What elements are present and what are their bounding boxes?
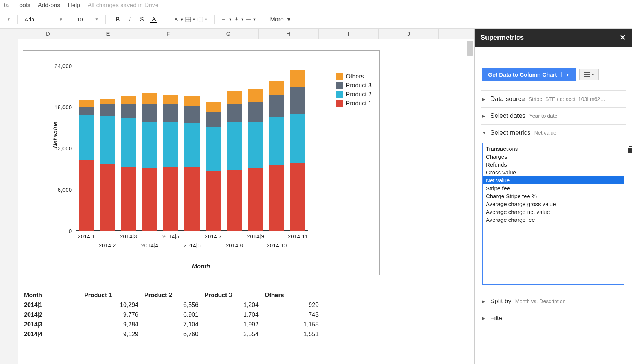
x-tick-label: 2014|3 [120, 231, 137, 239]
sidebar-menu-button[interactable]: ▼ [579, 69, 599, 80]
svg-rect-3 [198, 17, 203, 22]
metric-option[interactable]: Gross value [483, 168, 624, 176]
bar-stack [100, 99, 115, 231]
strikethrough-button[interactable]: S [136, 14, 147, 25]
save-status: All changes saved in Drive [88, 2, 159, 9]
metric-option[interactable]: Stripe fee [483, 184, 624, 192]
bar-stack [269, 81, 284, 231]
close-icon[interactable]: ✕ [620, 33, 626, 42]
x-tick-label: 2014|5 [162, 231, 180, 239]
metric-option[interactable]: Charges [483, 153, 624, 161]
legend-item: Product 2 [336, 91, 372, 98]
table-header: Product 3 [203, 290, 263, 300]
x-tick-label: 2014|1 [77, 231, 95, 239]
metric-option[interactable]: Average charge net value [483, 208, 624, 216]
paint-format-dropdown[interactable]: ▼ [4, 16, 14, 23]
y-tick-label: 18,000 [54, 104, 76, 110]
metric-option[interactable]: Transactions [483, 145, 624, 153]
select-dates-section[interactable]: ▶ Select dates Year to date [481, 107, 626, 124]
chevron-right-icon: ▶ [482, 97, 487, 102]
borders-button[interactable]: ▼ [185, 14, 195, 25]
menu-item[interactable]: Help [68, 2, 80, 9]
chevron-right-icon: ▶ [482, 316, 487, 321]
vertical-align-button[interactable]: ▼ [233, 14, 244, 25]
column-headers: D E F G H I J [0, 29, 474, 39]
legend-item: Product 3 [336, 82, 372, 89]
x-tick-label: 2014|6 [183, 231, 201, 248]
col-header[interactable]: G [198, 29, 259, 39]
legend-item: Product 1 [336, 100, 372, 107]
bar-stack [227, 91, 242, 231]
chart-legend: OthersProduct 3Product 2Product 1 [336, 73, 372, 109]
table-header: Month [23, 290, 83, 300]
bar-stack [79, 100, 94, 231]
col-header[interactable]: J [379, 29, 439, 39]
table-row: 2014|110,2946,5561,204929 [23, 300, 323, 310]
metrics-listbox[interactable]: TransactionsChargesRefundsGross valueNet… [482, 143, 624, 285]
y-tick-label: 0 [69, 228, 76, 234]
italic-button[interactable]: I [124, 14, 135, 25]
bar-stack [142, 93, 157, 231]
table-row: 2014|39,2847,1041,9921,155 [23, 320, 323, 329]
data-table: MonthProduct 1Product 2Product 3Others20… [23, 290, 323, 339]
toolbar: ▼ Arial▼ 10▼ B I S A ▼ ▼ ▼ ▼ ▼ ▼ [0, 11, 632, 29]
chevron-down-icon: ▼ [482, 131, 487, 135]
vertical-scrollbar[interactable] [467, 41, 473, 56]
col-header[interactable]: D [18, 29, 78, 39]
menu-bar: ta Tools Add-ons Help All changes saved … [0, 0, 632, 11]
select-metrics-section[interactable]: ▼ Select metrics Net value [481, 124, 626, 141]
x-tick-label: 2014|11 [288, 231, 308, 239]
y-tick-label: 6,000 [57, 187, 76, 193]
x-tick-label: 2014|4 [141, 231, 158, 248]
data-source-section[interactable]: ▶ Data source Stripe: STE (id: acct_103L… [481, 90, 626, 107]
metric-option[interactable]: Net value [483, 176, 624, 184]
spreadsheet-area[interactable]: D E F G H I J Net value Month 06,00012,0… [0, 29, 474, 364]
metric-option[interactable]: Charge Stripe fee % [483, 192, 624, 200]
y-tick-label: 24,000 [54, 63, 76, 69]
bold-button[interactable]: B [112, 14, 123, 25]
bar-stack [121, 96, 136, 231]
merge-cells-button[interactable]: ▼ [197, 14, 207, 25]
x-tick-label: 2014|2 [99, 231, 116, 248]
menu-item[interactable]: Add-ons [38, 2, 60, 9]
font-family-dropdown[interactable]: Arial▼ [21, 15, 66, 24]
x-tick-label: 2014|8 [226, 231, 243, 248]
text-wrap-button[interactable]: ▼ [245, 14, 256, 25]
col-header[interactable]: E [78, 29, 138, 39]
supermetrics-sidebar: Supermetrics ✕ Get Data to Column Chart▼… [474, 29, 632, 364]
bar-stack [290, 70, 305, 231]
col-header[interactable]: H [259, 29, 319, 39]
sidebar-header: Supermetrics ✕ [475, 29, 632, 47]
svg-rect-17 [629, 146, 632, 147]
table-row: 2014|29,7766,9011,704743 [23, 310, 323, 320]
metric-option[interactable]: Refunds [483, 161, 624, 168]
chart[interactable]: Net value Month 06,00012,00018,00024,000… [23, 50, 380, 275]
svg-rect-15 [628, 148, 632, 153]
x-tick-label: 2014|10 [266, 231, 287, 248]
font-size-dropdown[interactable]: 10▼ [74, 15, 102, 24]
table-header: Product 1 [83, 290, 143, 300]
filter-section[interactable]: ▶ Filter [481, 310, 626, 326]
trash-icon[interactable] [627, 146, 632, 155]
menu-item[interactable]: Tools [16, 2, 30, 9]
metric-option[interactable]: Average charge gross value [483, 200, 624, 208]
y-tick-label: 12,000 [54, 145, 76, 152]
chevron-right-icon: ▶ [482, 114, 487, 119]
table-row: 2014|49,1296,7602,5541,551 [23, 329, 323, 339]
more-tools-button[interactable]: More▼ [267, 15, 295, 24]
legend-item: Others [336, 73, 372, 80]
x-tick-label: 2014|7 [205, 231, 222, 239]
col-header[interactable]: I [319, 29, 379, 39]
sidebar-title: Supermetrics [481, 34, 524, 42]
col-header[interactable]: F [138, 29, 198, 39]
text-color-button[interactable]: A [148, 14, 159, 25]
x-tick-label: 2014|9 [247, 231, 264, 239]
split-by-section[interactable]: ▶ Split by Month vs. Description [481, 293, 626, 310]
bar-stack [248, 89, 263, 231]
fill-color-button[interactable]: ▼ [173, 14, 183, 25]
bar-stack [163, 95, 178, 231]
get-data-button[interactable]: Get Data to Column Chart▼ [482, 68, 576, 81]
horizontal-align-button[interactable]: ▼ [221, 14, 232, 25]
menu-item[interactable]: ta [4, 2, 9, 9]
metric-option[interactable]: Average charge fee [483, 216, 624, 224]
